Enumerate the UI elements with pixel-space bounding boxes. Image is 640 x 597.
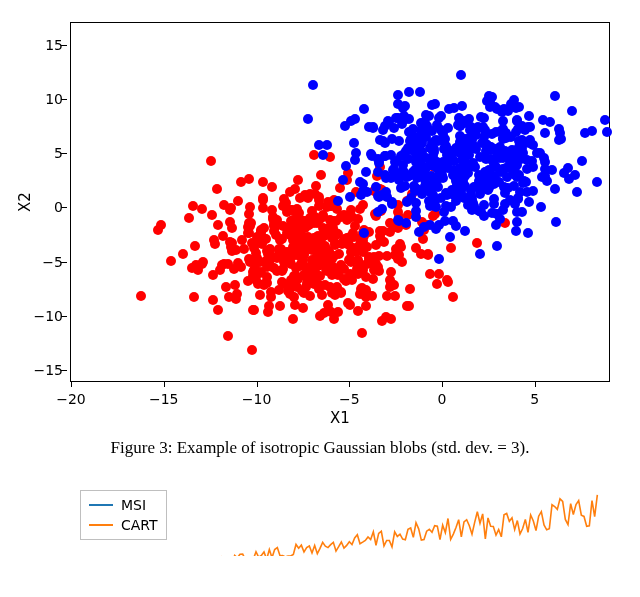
scatter-point [436,111,446,121]
scatter-point [208,295,218,305]
scatter-point [272,266,282,276]
scatter-point [136,291,146,301]
scatter-point [349,138,359,148]
scatter-point [423,249,433,259]
x-tick-label: 5 [530,391,539,407]
x-axis-label: X1 [330,409,350,427]
scatter-point [278,201,288,211]
scatter-point [232,289,242,299]
scatter-point [262,262,272,272]
scatter-point [308,80,318,90]
scatter-point [318,212,328,222]
x-tick-label: −15 [149,391,179,407]
scatter-point [539,153,549,163]
scatter-point [393,215,403,225]
scatter-point [479,211,489,221]
scatter-point [243,276,253,286]
scatter-point [318,230,328,240]
scatter-point [325,282,335,292]
scatter-point [239,244,249,254]
scatter-point [491,220,501,230]
scatter-point [411,243,421,253]
scatter-point [592,177,602,187]
scatter-point [431,224,441,234]
scatter-point [343,214,353,224]
scatter-point [386,314,396,324]
line-plot-cropped: 30 MSI CART [70,486,610,556]
scatter-point [361,301,371,311]
x-tick-label: −5 [339,391,360,407]
scatter-point [266,292,276,302]
scatter-point [387,197,397,207]
scatter-point [491,144,501,154]
scatter-point [382,291,392,301]
scatter-point [434,254,444,264]
scatter-point [404,301,414,311]
scatter-point [380,151,390,161]
scatter-point [448,170,458,180]
scatter-point [184,213,194,223]
scatter-point [492,241,502,251]
scatter-point [512,115,522,125]
line-plot-svg [70,486,610,556]
scatter-point [290,184,300,194]
scatter-point [377,204,387,214]
scatter-point [393,99,403,109]
scatter-point [511,226,521,236]
scatter-point [258,203,268,213]
scatter-point [213,305,223,315]
scatter-point [197,204,207,214]
scatter-point [506,132,516,142]
scatter-point [346,116,356,126]
scatter-point [316,170,326,180]
scatter-point [245,202,255,212]
scatter-point [277,277,287,287]
scatter-point [414,135,424,145]
figure-caption: Figure 3: Example of isotropic Gaussian … [10,438,630,458]
scatter-point [587,126,597,136]
scatter-point [445,232,455,242]
scatter-point [213,220,223,230]
scatter-point [237,235,247,245]
scatter-point [460,226,470,236]
scatter-point [263,307,273,317]
scatter-point [426,171,436,181]
scatter-point [438,129,448,139]
scatter-point [436,193,446,203]
y-tick-label: 15 [25,37,63,53]
scatter-point [444,104,454,114]
scatter-point [295,193,305,203]
scatter-point [210,239,220,249]
scatter-point [414,227,424,237]
scatter-point [440,160,450,170]
scatter-point [385,227,395,237]
scatter-point [540,128,550,138]
scatter-point [252,232,262,242]
scatter-point [338,175,348,185]
scatter-point [286,282,296,292]
scatter-point [357,328,367,338]
scatter-point [502,172,512,182]
scatter-point [506,163,516,173]
scatter-point [217,260,227,270]
scatter-point [523,228,533,238]
scatter-point [525,122,535,132]
scatter-point [247,345,257,355]
scatter-point [288,314,298,324]
scatter-point [387,134,397,144]
y-tick-label: −10 [25,308,63,324]
scatter-point [178,249,188,259]
scatter-point [512,217,522,227]
scatter-point [427,100,437,110]
scatter-point [509,181,519,191]
scatter-point [359,228,369,238]
scatter-point [474,123,484,133]
scatter-point [267,182,277,192]
scatter-point [525,135,535,145]
scatter-point [405,284,415,294]
scatter-point [496,126,506,136]
scatter-point [249,305,259,315]
y-tick-label: 10 [25,91,63,107]
scatter-point [500,199,510,209]
scatter-point [371,240,381,250]
